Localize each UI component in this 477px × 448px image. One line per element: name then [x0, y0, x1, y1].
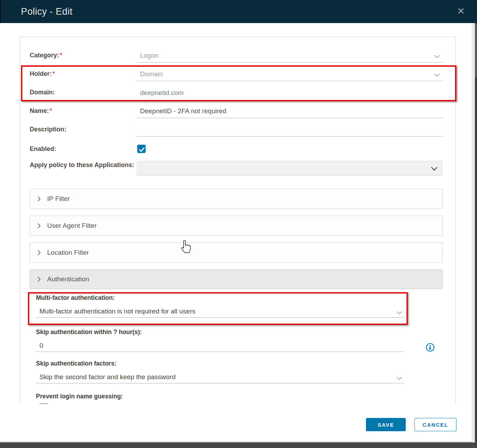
check-icon: [139, 147, 145, 153]
chevron-right-icon: [37, 196, 41, 202]
holder-label: Holder:*: [30, 70, 137, 81]
skip-factors-field-block: Skip authentication factors: Skip the se…: [36, 360, 443, 383]
skip-factors-label: Skip authentication factors:: [36, 360, 443, 368]
prevent-guessing-checkbox[interactable]: [39, 403, 48, 404]
section-location-filter[interactable]: Location Filter: [30, 243, 443, 263]
skip-within-input[interactable]: 0: [36, 339, 404, 352]
policy-form-card: Category:* Logon Holder:* Domain: [20, 37, 456, 404]
chevron-down-icon: [434, 72, 440, 78]
dialog-scrollbar[interactable]: [472, 23, 475, 442]
chevron-down-icon: [431, 166, 438, 172]
window-right-edge: [475, 23, 477, 448]
prevent-guessing-field-block: Prevent login name guessing:: [36, 392, 443, 404]
domain-label-text: Domain:: [30, 89, 55, 96]
enabled-label-text: Enabled:: [30, 145, 56, 152]
section-label: Authentication: [47, 275, 89, 283]
chevron-down-icon: [396, 310, 402, 316]
applications-select[interactable]: [137, 161, 443, 175]
policy-edit-dialog: Policy - Edit ✕ Category:* Logon Holder:…: [0, 0, 477, 448]
authentication-body: Multi-factor authentication: Multi-facto…: [30, 289, 443, 404]
holder-value: Domain: [140, 70, 163, 78]
description-label-text: Description:: [30, 126, 66, 133]
mfa-field-block: Multi-factor authentication: Multi-facto…: [36, 294, 443, 318]
name-label: Name:*: [30, 107, 137, 118]
enabled-checkbox[interactable]: [137, 145, 146, 153]
section-ip-filter[interactable]: IP Filter: [30, 189, 443, 209]
field-row-holder: Holder:* Domain: [30, 68, 443, 81]
category-label-text: Category:: [30, 52, 59, 59]
chevron-right-icon: [37, 223, 41, 229]
holder-label-text: Holder:: [30, 70, 52, 77]
save-button[interactable]: SAVE: [366, 418, 406, 431]
skip-within-label: Skip authentication within ? hour(s):: [36, 328, 443, 336]
mfa-label: Multi-factor authentication:: [36, 294, 443, 302]
required-marker: *: [50, 107, 52, 114]
modal-title: Policy - Edit: [21, 0, 73, 23]
window-edge: [0, 0, 1, 23]
mfa-value: Multi-factor authentication is not requi…: [39, 308, 196, 315]
domain-label: Domain:: [30, 88, 137, 100]
cancel-button[interactable]: CANCEL: [414, 418, 456, 431]
field-row-domain: Domain: deepnetid.com: [30, 87, 443, 100]
required-marker: *: [60, 52, 62, 59]
description-input[interactable]: [137, 124, 443, 137]
section-label: User Agent Filter: [47, 222, 97, 230]
section-label: IP Filter: [47, 195, 70, 203]
info-icon[interactable]: [426, 343, 435, 352]
holder-select[interactable]: Domain: [137, 68, 443, 81]
name-label-text: Name:: [30, 107, 49, 114]
prevent-guessing-label: Prevent login name guessing:: [36, 392, 443, 400]
section-authentication[interactable]: Authentication: [30, 269, 443, 289]
skip-within-value: 0: [39, 342, 43, 349]
chevron-down-icon: [434, 53, 440, 60]
section-label: Location Filter: [47, 249, 89, 256]
section-user-agent-filter[interactable]: User Agent Filter: [30, 216, 443, 236]
applications-label: Apply policy to these Applications:: [30, 161, 137, 169]
chevron-down-icon: [396, 375, 402, 382]
modal-header: Policy - Edit ✕: [0, 0, 477, 23]
skip-within-field-block: Skip authentication within ? hour(s): 0: [36, 328, 443, 352]
skip-factors-value: Skip the second factor and keep the pass…: [39, 373, 176, 381]
dialog-footer: SAVE CANCEL: [366, 418, 456, 431]
description-label: Description:: [30, 125, 137, 137]
skip-factors-select[interactable]: Skip the second factor and keep the pass…: [36, 370, 404, 383]
field-row-description: Description:: [30, 124, 443, 137]
category-select[interactable]: Logon: [137, 50, 443, 63]
mfa-select[interactable]: Multi-factor authentication is not requi…: [36, 305, 404, 318]
close-icon[interactable]: ✕: [455, 5, 467, 17]
domain-value: deepnetid.com: [137, 87, 443, 100]
chevron-right-icon: [37, 276, 41, 282]
name-value: DeepnetID - 2FA not required: [140, 107, 226, 115]
field-row-name: Name:* DeepnetID - 2FA not required: [30, 105, 443, 118]
field-row-category: Category:* Logon: [30, 50, 443, 63]
category-value: Logon: [140, 52, 159, 59]
field-row-applications: Apply policy to these Applications:: [30, 161, 443, 175]
enabled-label: Enabled:: [30, 145, 137, 153]
category-label: Category:*: [30, 51, 137, 63]
window-bottom-edge: [0, 442, 477, 448]
chevron-right-icon: [37, 250, 41, 255]
field-row-enabled: Enabled:: [30, 142, 443, 155]
required-marker: *: [52, 70, 55, 77]
page-scrollbar-thumb[interactable]: [475, 24, 477, 77]
name-input[interactable]: DeepnetID - 2FA not required: [137, 106, 443, 118]
